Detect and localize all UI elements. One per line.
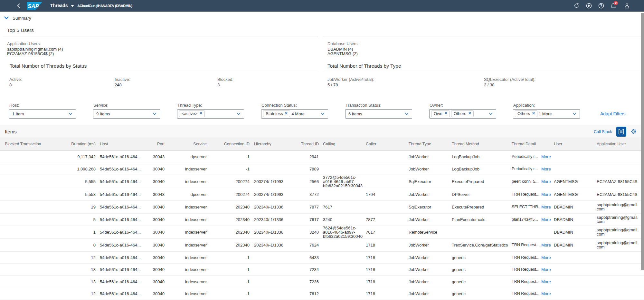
svg-text:SAP: SAP <box>28 3 39 9</box>
svg-text:?: ? <box>600 4 602 8</box>
